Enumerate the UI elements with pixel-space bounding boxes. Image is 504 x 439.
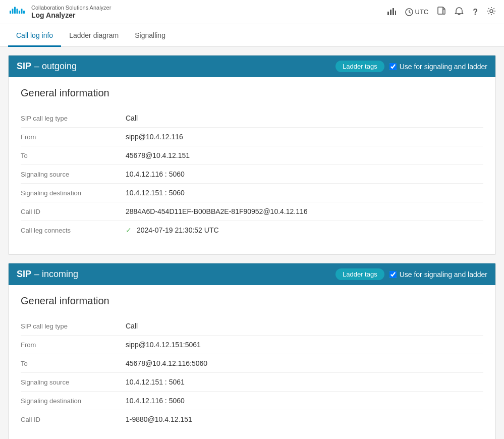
settings-icon[interactable]	[487, 7, 496, 18]
signaling-label-outgoing: Use for signaling and ladder	[400, 63, 487, 71]
field-label: SIP call leg type	[21, 317, 122, 336]
signaling-check-incoming[interactable]: Use for signaling and ladder	[389, 270, 487, 279]
field-value: Call	[122, 317, 483, 336]
field-value: 45678@10.4.12.116:5060	[122, 354, 483, 373]
field-value: 10.4.12.116 : 5060	[122, 165, 483, 184]
field-label: Signaling source	[21, 373, 122, 392]
field-label: Call ID	[21, 202, 122, 221]
sip-label-incoming: SIP	[17, 269, 31, 280]
sip-outgoing-header-right: Ladder tags Use for signaling and ladder	[335, 61, 487, 72]
field-value: 1-9880@10.4.12.151	[122, 410, 483, 429]
svg-rect-1	[12, 9, 14, 14]
svg-rect-8	[390, 10, 391, 15]
field-value: Call	[122, 109, 483, 128]
sip-outgoing-header: SIP – outgoing Ladder tags Use for signa…	[9, 56, 495, 77]
table-row: Call ID 2884A6D-454D11EF-B00BBA2E-81F909…	[21, 202, 483, 221]
sip-incoming-header-right: Ladder tags Use for signaling and ladder	[335, 268, 487, 280]
signaling-label-incoming: Use for signaling and ladder	[400, 270, 487, 279]
field-value: 10.4.12.151 : 5060	[122, 184, 483, 202]
app-sub: Log Analyzer	[31, 11, 111, 20]
svg-rect-5	[21, 9, 23, 14]
incoming-section-title: General information	[21, 295, 483, 307]
svg-rect-4	[19, 11, 20, 14]
table-row: Call ID 1-9880@10.4.12.151	[21, 410, 483, 429]
field-value: sipp@10.4.12.116	[122, 128, 483, 146]
tab-ladder-diagram[interactable]: Ladder diagram	[61, 24, 127, 47]
svg-rect-0	[10, 11, 11, 14]
svg-rect-6	[23, 11, 25, 14]
table-row: SIP call leg type Call	[21, 109, 483, 128]
tab-signalling[interactable]: Signalling	[127, 24, 174, 47]
main-content: SIP – outgoing Ladder tags Use for signa…	[0, 47, 504, 439]
field-value: 10.4.12.116 : 5060	[122, 392, 483, 410]
logo-area: Collaboration Solutions Analyzer Log Ana…	[8, 3, 111, 21]
table-row: Call leg connects ✓ 2024-07-19 21:30:52 …	[21, 221, 483, 240]
field-value: ✓ 2024-07-19 21:30:52 UTC	[122, 221, 483, 240]
cisco-logo-icon	[8, 3, 26, 21]
table-row: Signaling destination 10.4.12.151 : 5060	[21, 184, 483, 202]
document-icon[interactable]	[437, 7, 445, 18]
table-row: Signaling destination 10.4.12.116 : 5060	[21, 392, 483, 410]
sip-direction-incoming: – incoming	[34, 269, 78, 280]
table-row: Signaling source 10.4.12.116 : 5060	[21, 165, 483, 184]
svg-rect-14	[438, 7, 443, 14]
field-label: From	[21, 128, 122, 146]
field-value: sipp@10.4.12.151:5061	[122, 336, 483, 354]
tab-call-log-info[interactable]: Call log info	[8, 24, 61, 47]
table-row: From sipp@10.4.12.116	[21, 128, 483, 146]
field-label: SIP call leg type	[21, 109, 122, 128]
outgoing-info-table: SIP call leg type Call From sipp@10.4.12…	[21, 109, 483, 239]
sip-outgoing-card: SIP – outgoing Ladder tags Use for signa…	[8, 55, 496, 255]
tabs-nav: Call log info Ladder diagram Signalling	[0, 24, 504, 47]
signaling-checkbox-incoming[interactable]	[389, 271, 397, 278]
sip-outgoing-body: General information SIP call leg type Ca…	[9, 77, 495, 254]
signaling-check-outgoing[interactable]: Use for signaling and ladder	[389, 63, 487, 71]
svg-line-13	[409, 12, 411, 13]
sip-incoming-card: SIP – incoming Ladder tags Use for signa…	[8, 263, 496, 439]
svg-rect-10	[395, 11, 396, 15]
field-label: Signaling source	[21, 165, 122, 184]
field-label: To	[21, 146, 122, 165]
table-row: To 45678@10.4.12.151	[21, 146, 483, 165]
chart-icon[interactable]	[387, 7, 396, 18]
incoming-info-table: SIP call leg type Call From sipp@10.4.12…	[21, 317, 483, 428]
svg-rect-7	[387, 12, 389, 15]
field-label: Signaling destination	[21, 392, 122, 410]
notification-icon[interactable]	[455, 7, 464, 18]
svg-rect-3	[17, 9, 18, 14]
sip-direction-outgoing: – outgoing	[34, 61, 77, 72]
svg-rect-9	[393, 8, 394, 15]
field-label: From	[21, 336, 122, 354]
sip-incoming-header: SIP – incoming Ladder tags Use for signa…	[9, 263, 495, 285]
sip-incoming-title: SIP – incoming	[17, 269, 78, 280]
sip-label-outgoing: SIP	[17, 61, 31, 72]
header: Collaboration Solutions Analyzer Log Ana…	[0, 0, 504, 24]
sip-incoming-body: General information SIP call leg type Ca…	[9, 285, 495, 439]
field-label: Signaling destination	[21, 184, 122, 202]
svg-rect-15	[443, 9, 445, 14]
field-value: 10.4.12.151 : 5061	[122, 373, 483, 392]
signaling-checkbox-outgoing[interactable]	[389, 63, 397, 70]
header-right: UTC ?	[387, 7, 496, 18]
svg-point-16	[490, 10, 493, 13]
ladder-tags-button-outgoing[interactable]: Ladder tags	[335, 61, 384, 72]
svg-rect-2	[14, 7, 16, 14]
table-row: From sipp@10.4.12.151:5061	[21, 336, 483, 354]
outgoing-section-title: General information	[21, 87, 483, 99]
timezone-label: UTC	[415, 8, 429, 16]
clock-icon	[405, 8, 413, 16]
field-label: To	[21, 354, 122, 373]
timezone-display: UTC	[405, 8, 429, 16]
sip-outgoing-title: SIP – outgoing	[17, 61, 77, 72]
field-value: 2884A6D-454D11EF-B00BBA2E-81F90952@10.4.…	[122, 202, 483, 221]
table-row: To 45678@10.4.12.116:5060	[21, 354, 483, 373]
field-label: Call leg connects	[21, 221, 122, 240]
table-row: Signaling source 10.4.12.151 : 5061	[21, 373, 483, 392]
help-icon[interactable]: ?	[473, 8, 478, 17]
app-name: Collaboration Solutions Analyzer	[31, 5, 111, 11]
field-label: Call ID	[21, 410, 122, 429]
app-title: Collaboration Solutions Analyzer Log Ana…	[31, 5, 111, 20]
ladder-tags-button-incoming[interactable]: Ladder tags	[335, 268, 384, 280]
table-row: SIP call leg type Call	[21, 317, 483, 336]
field-value: 45678@10.4.12.151	[122, 146, 483, 165]
